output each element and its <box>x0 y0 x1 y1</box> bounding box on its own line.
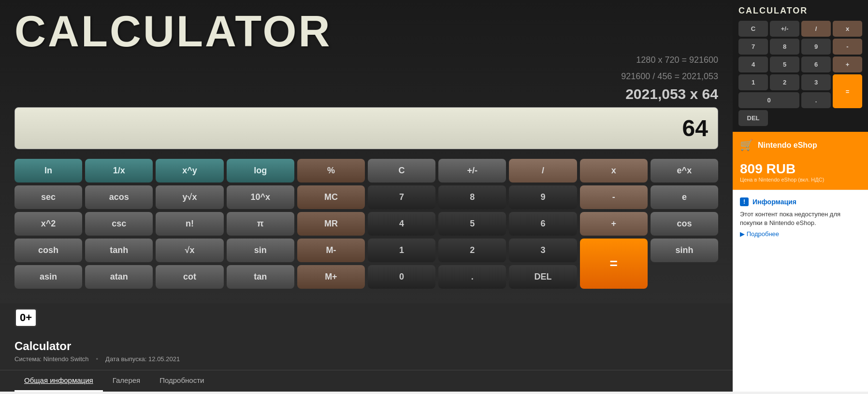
tab-gallery[interactable]: Галерея <box>103 370 150 392</box>
tab-details[interactable]: Подробности <box>150 370 214 392</box>
btn-nfact[interactable]: n! <box>156 212 223 236</box>
info-section: ! Информация Этот контент пока недоступе… <box>733 190 868 245</box>
btn-xpowy[interactable]: x^y <box>156 159 223 183</box>
shop-header: 🛒 Nintendo eShop <box>733 132 868 159</box>
btn-cosh[interactable]: cosh <box>14 239 82 262</box>
main-container: CALCULATOR 1280 x 720 = 921600 921600 / … <box>0 0 868 392</box>
info-link[interactable]: Подробнее <box>740 230 861 238</box>
mini-btn-6[interactable]: 6 <box>801 56 831 72</box>
btn-divide[interactable]: / <box>509 159 577 183</box>
mini-calculator: CALCULATOR C +/- / x 7 8 9 - 4 5 6 + 1 2 <box>733 0 868 132</box>
mini-btn-plus[interactable]: + <box>833 56 862 72</box>
price-note: Цена в Nintendo eShop (вкл. НДС) <box>740 177 861 183</box>
btn-10px[interactable]: 10^x <box>227 185 294 209</box>
btn-sinh[interactable]: sinh <box>651 239 718 262</box>
mini-btn-9[interactable]: 9 <box>801 39 831 55</box>
btn-cos[interactable]: cos <box>651 212 718 236</box>
game-system: Система: Nintendo Switch <box>14 355 89 363</box>
btn-tan[interactable]: tan <box>227 265 294 289</box>
mini-btn-8[interactable]: 8 <box>770 39 799 55</box>
btn-log[interactable]: log <box>227 159 294 183</box>
mini-btn-2[interactable]: 2 <box>770 74 799 90</box>
btn-8[interactable]: 8 <box>438 185 506 209</box>
expression: 2021,053 x 64 <box>14 86 718 102</box>
btn-sin[interactable]: sin <box>227 239 294 262</box>
btn-2[interactable]: 2 <box>438 239 506 262</box>
btn-6[interactable]: 6 <box>509 212 577 236</box>
game-meta: Система: Nintendo Switch • Дата выпуска:… <box>14 355 718 363</box>
btn-plus[interactable]: + <box>580 212 648 236</box>
price-value: 809 RUB <box>740 161 861 177</box>
mini-calc-title: CALCULATOR <box>738 6 862 16</box>
btn-3[interactable]: 3 <box>509 239 577 262</box>
mini-btn-equals[interactable]: = <box>833 74 862 108</box>
btn-asin[interactable]: asin <box>14 265 82 289</box>
btn-cot[interactable]: cot <box>156 265 223 289</box>
info-text: Этот контент пока недоступен для покупки… <box>740 210 861 227</box>
info-icon: ! <box>740 197 749 206</box>
btn-acos[interactable]: acos <box>85 185 153 209</box>
btn-del[interactable]: DEL <box>509 265 577 289</box>
btn-1x[interactable]: 1/x <box>85 159 153 183</box>
btn-atan[interactable]: atan <box>85 265 153 289</box>
btn-0[interactable]: 0 <box>368 265 435 289</box>
btn-mr[interactable]: MR <box>297 212 365 236</box>
mini-btn-dot[interactable]: . <box>801 92 831 108</box>
mini-btn-3[interactable]: 3 <box>801 74 831 90</box>
btn-mminus[interactable]: M- <box>297 239 365 262</box>
game-info: Calculator Система: Nintendo Switch • Да… <box>0 332 733 370</box>
mini-btn-divide[interactable]: / <box>801 21 831 37</box>
calculator-display: 64 <box>14 107 718 149</box>
tab-general[interactable]: Общая информация <box>14 370 103 392</box>
btn-multiply[interactable]: x <box>580 159 648 183</box>
mini-btn-7[interactable]: 7 <box>738 39 768 55</box>
btn-clear[interactable]: C <box>368 159 435 183</box>
mini-btn-plusminus[interactable]: +/- <box>770 21 799 37</box>
subtitle2: 921600 / 456 = 2021,053 <box>14 70 718 84</box>
btn-sec[interactable]: sec <box>14 185 82 209</box>
info-header-text: Информация <box>752 198 796 206</box>
btn-tanh[interactable]: tanh <box>85 239 153 262</box>
app-title: CALCULATOR <box>14 10 718 53</box>
age-rating: 0+ <box>20 311 32 324</box>
mini-btn-del[interactable]: DEL <box>738 110 768 126</box>
btn-mplus[interactable]: M+ <box>297 265 365 289</box>
btn-x2[interactable]: x^2 <box>14 212 82 236</box>
btn-5[interactable]: 5 <box>438 212 506 236</box>
btn-ln[interactable]: ln <box>14 159 82 183</box>
btn-plusminus[interactable]: +/- <box>438 159 506 183</box>
btn-csc[interactable]: csc <box>85 212 153 236</box>
btn-ex[interactable]: e^x <box>651 159 718 183</box>
btn-dot[interactable]: . <box>438 265 506 289</box>
game-title: Calculator <box>14 339 718 353</box>
btn-equals[interactable]: = <box>580 239 648 289</box>
left-section: CALCULATOR 1280 x 720 = 921600 921600 / … <box>0 0 733 392</box>
btn-minus[interactable]: - <box>580 185 648 209</box>
calculator-buttons: ln 1/x x^y log % C +/- / x e^x sec acos … <box>14 159 718 289</box>
mini-btn-0[interactable]: 0 <box>738 92 799 108</box>
btn-mc[interactable]: MC <box>297 185 365 209</box>
shop-icon: 🛒 <box>740 139 753 152</box>
btn-e[interactable]: e <box>651 185 718 209</box>
btn-4[interactable]: 4 <box>368 212 435 236</box>
mini-btn-5[interactable]: 5 <box>770 56 799 72</box>
btn-9[interactable]: 9 <box>509 185 577 209</box>
btn-sqrt[interactable]: √x <box>156 239 223 262</box>
info-strip: 0+ <box>0 303 733 332</box>
mini-btn-minus[interactable]: - <box>833 39 862 55</box>
btn-1[interactable]: 1 <box>368 239 435 262</box>
btn-percent[interactable]: % <box>297 159 365 183</box>
mini-btn-1[interactable]: 1 <box>738 74 768 90</box>
btn-7[interactable]: 7 <box>368 185 435 209</box>
btn-pi[interactable]: π <box>227 212 294 236</box>
btn-ysqrtx[interactable]: y√x <box>156 185 223 209</box>
mini-btn-multiply[interactable]: x <box>833 21 862 37</box>
info-header: ! Информация <box>740 197 861 206</box>
right-section: CALCULATOR C +/- / x 7 8 9 - 4 5 6 + 1 2 <box>733 0 868 392</box>
meta-dot: • <box>96 355 99 363</box>
mini-btn-4[interactable]: 4 <box>738 56 768 72</box>
price-section: 809 RUB Цена в Nintendo eShop (вкл. НДС) <box>733 159 868 190</box>
tabs-bar: Общая информация Галерея Подробности <box>0 370 733 392</box>
mini-btn-c[interactable]: C <box>738 21 768 37</box>
mini-buttons: C +/- / x 7 8 9 - 4 5 6 + 1 2 3 = 0 <box>738 21 862 126</box>
